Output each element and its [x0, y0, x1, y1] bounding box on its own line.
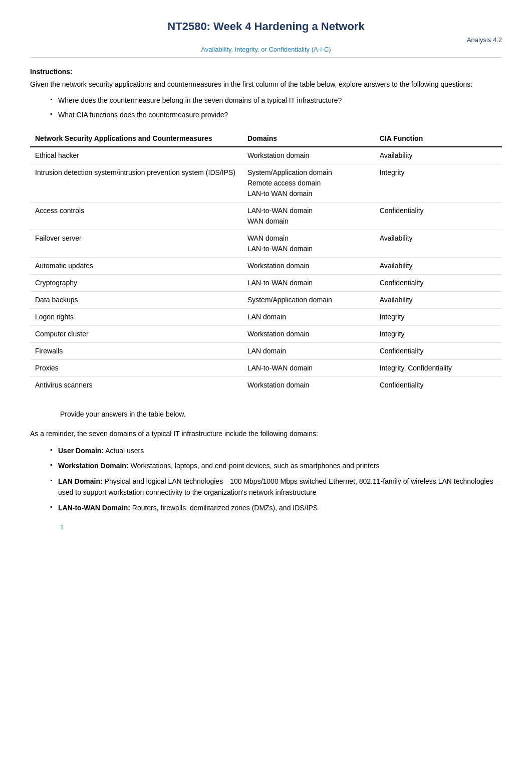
header-domains: Domains — [242, 130, 375, 147]
table-row: Access controlsLAN-to-WAN domainWAN doma… — [30, 203, 502, 230]
table-row: Logon rightsLAN domainIntegrity — [30, 309, 502, 326]
measure-cell: Access controls — [30, 203, 242, 230]
domain-bullets-list: User Domain: Actual usersWorkstation Dom… — [50, 445, 502, 513]
cia-cell: Confidentiality — [375, 343, 502, 360]
countermeasures-table: Network Security Applications and Counte… — [30, 130, 502, 394]
table-row: Automatic updatesWorkstation domainAvail… — [30, 258, 502, 275]
domain-cell: LAN domain — [242, 309, 375, 326]
table-row: ProxiesLAN-to-WAN domainIntegrity, Confi… — [30, 360, 502, 377]
table-row: Failover serverWAN domainLAN-to-WAN doma… — [30, 230, 502, 258]
domain-bullet-item: User Domain: Actual users — [50, 445, 502, 456]
cia-cell: Availability — [375, 292, 502, 309]
cia-cell: Availability — [375, 258, 502, 275]
measure-cell: Antivirus scanners — [30, 377, 242, 394]
section-note: Provide your answers in the table below. — [60, 409, 502, 420]
measure-cell: Failover server — [30, 230, 242, 258]
measure-cell: Logon rights — [30, 309, 242, 326]
subtitle1: Analysis 4.2 — [30, 36, 502, 44]
cia-cell: Confidentiality — [375, 275, 502, 292]
header-cia: CIA Function — [375, 130, 502, 147]
cia-cell: Integrity — [375, 309, 502, 326]
domain-cell: Workstation domain — [242, 147, 375, 164]
measure-cell: Computer cluster — [30, 326, 242, 343]
bullet-1: Where does the countermeasure belong in … — [50, 95, 502, 106]
bullet-2: What CIA functions does the countermeasu… — [50, 109, 502, 120]
domain-cell: System/Application domainRemote access d… — [242, 164, 375, 203]
page-title: NT2580: Week 4 Hardening a Network — [30, 20, 502, 33]
measure-cell: Proxies — [30, 360, 242, 377]
main-table-section: Network Security Applications and Counte… — [30, 130, 502, 394]
table-row: Intrusion detection system/intrusion pre… — [30, 164, 502, 203]
table-row: Ethical hackerWorkstation domainAvailabi… — [30, 147, 502, 164]
domain-cell: Workstation domain — [242, 258, 375, 275]
cia-cell: Integrity — [375, 164, 502, 203]
cia-cell: Integrity, Confidentiality — [375, 360, 502, 377]
domain-bullet-item: LAN-to-WAN Domain: Routers, firewalls, d… — [50, 502, 502, 513]
header-measure: Network Security Applications and Counte… — [30, 130, 242, 147]
cia-cell: Confidentiality — [375, 377, 502, 394]
domain-bullet-item: Workstation Domain: Workstations, laptop… — [50, 460, 502, 471]
measure-cell: Automatic updates — [30, 258, 242, 275]
measure-cell: Ethical hacker — [30, 147, 242, 164]
instructions-bullets: Where does the countermeasure belong in … — [50, 95, 502, 120]
domain-cell: System/Application domain — [242, 292, 375, 309]
table-row: CryptographyLAN-to-WAN domainConfidentia… — [30, 275, 502, 292]
measure-cell: Intrusion detection system/intrusion pre… — [30, 164, 242, 203]
measure-cell: Firewalls — [30, 343, 242, 360]
domain-cell: LAN-to-WAN domain — [242, 275, 375, 292]
domain-cell: LAN domain — [242, 343, 375, 360]
cia-cell: Integrity — [375, 326, 502, 343]
domain-cell: Workstation domain — [242, 377, 375, 394]
table-row: FirewallsLAN domainConfidentiality — [30, 343, 502, 360]
instructions-label: Instructions: — [30, 68, 502, 76]
measure-cell: Cryptography — [30, 275, 242, 292]
subtitle2: Availability, Integrity, or Confidential… — [30, 46, 502, 58]
table-header-row: Network Security Applications and Counte… — [30, 130, 502, 147]
domain-cell: Workstation domain — [242, 326, 375, 343]
reminder-text: As a reminder, the seven domains of a ty… — [30, 428, 502, 439]
page-number: 1 — [60, 523, 502, 531]
measure-cell: Data backups — [30, 292, 242, 309]
cia-cell: Availability — [375, 230, 502, 258]
table-row: Computer clusterWorkstation domainIntegr… — [30, 326, 502, 343]
domain-cell: LAN-to-WAN domainWAN domain — [242, 203, 375, 230]
domain-cell: LAN-to-WAN domain — [242, 360, 375, 377]
table-row: Data backupsSystem/Application domainAva… — [30, 292, 502, 309]
domain-bullet-item: LAN Domain: Physical and logical LAN tec… — [50, 476, 502, 498]
domain-cell: WAN domainLAN-to-WAN domain — [242, 230, 375, 258]
cia-cell: Availability — [375, 147, 502, 164]
cia-cell: Confidentiality — [375, 203, 502, 230]
table-row: Antivirus scannersWorkstation domainConf… — [30, 377, 502, 394]
instructions-paragraph: Given the network security applications … — [30, 79, 502, 90]
